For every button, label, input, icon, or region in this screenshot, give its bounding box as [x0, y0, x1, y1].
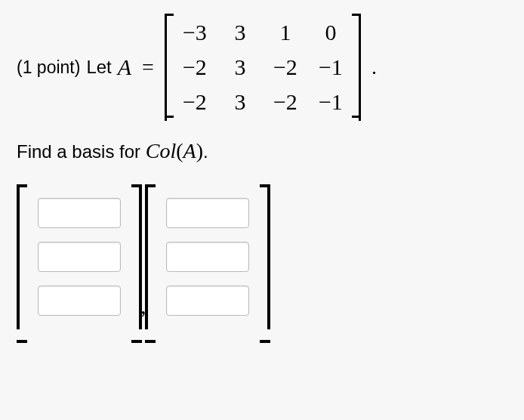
- bracket-left-icon: [165, 14, 174, 121]
- matrix-body: −3 3 1 0 −2 3 −2 −1 −2 3 −2 −1: [174, 14, 352, 121]
- question-prefix: Find a basis for: [17, 141, 146, 162]
- matrix-cell: −1: [319, 54, 343, 80]
- bracket-right-icon: [131, 184, 142, 329]
- bracket-right-icon: [260, 184, 270, 329]
- question-period: .: [203, 141, 208, 162]
- basis-vector-2: [145, 184, 270, 329]
- matrix-cell: 3: [228, 54, 252, 80]
- answer-area: ,: [17, 184, 507, 329]
- paren-open: (: [176, 139, 183, 162]
- vector-column: [27, 184, 131, 329]
- matrix-cell: −3: [183, 20, 207, 45]
- basis-vector-1: [17, 184, 142, 329]
- bracket-left-icon: [145, 184, 156, 329]
- let-text: Let: [86, 57, 111, 78]
- matrix-cell: 1: [273, 20, 297, 45]
- matrix-cell: 3: [228, 20, 252, 45]
- basis-v2-entry-2[interactable]: [166, 242, 249, 272]
- matrix-cell: −1: [319, 89, 343, 115]
- vector-column: [156, 184, 260, 329]
- period: .: [371, 55, 377, 79]
- matrix-cell: −2: [273, 54, 297, 80]
- equals-sign: =: [142, 55, 154, 79]
- basis-v2-entry-3[interactable]: [166, 286, 249, 316]
- matrix-cell: −2: [183, 54, 207, 80]
- bracket-right-icon: [352, 14, 361, 121]
- bracket-left-icon: [17, 184, 27, 329]
- matrix-cell: 0: [319, 20, 343, 45]
- matrix-cell: −2: [273, 89, 297, 115]
- problem-statement-row: (1 point) Let A = −3 3 1 0 −2 3 −2 −1 −2…: [17, 14, 507, 121]
- basis-v1-entry-2[interactable]: [38, 242, 121, 272]
- basis-v1-entry-1[interactable]: [38, 198, 121, 228]
- question-text: Find a basis for Col(A).: [17, 139, 507, 163]
- matrix-cell: −2: [183, 89, 207, 115]
- matrix-A: −3 3 1 0 −2 3 −2 −1 −2 3 −2 −1: [165, 14, 361, 121]
- points-label: (1 point): [17, 57, 80, 78]
- matrix-variable-name: A: [118, 54, 131, 80]
- matrix-cell: 3: [228, 89, 252, 115]
- basis-v1-entry-3[interactable]: [38, 286, 121, 316]
- paren-close: ): [196, 139, 203, 162]
- col-function-label: Col: [146, 139, 176, 162]
- col-argument: A: [183, 139, 196, 162]
- basis-v2-entry-1[interactable]: [166, 198, 249, 228]
